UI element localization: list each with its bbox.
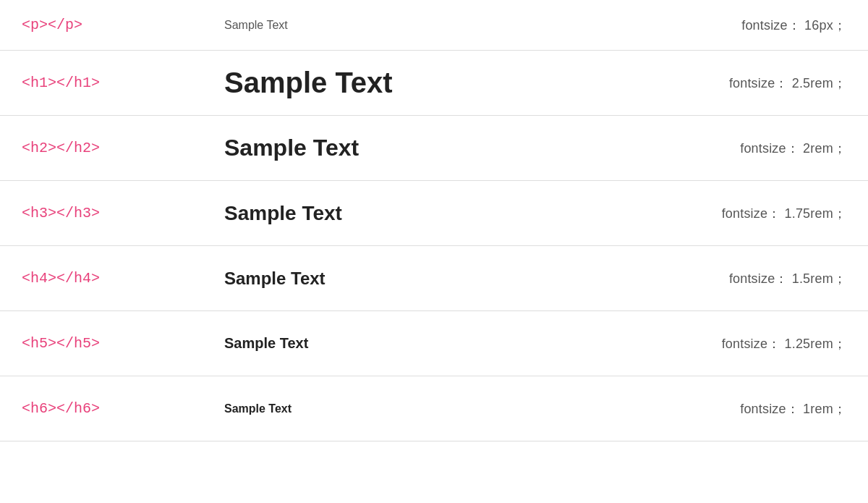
tag-label-h3: <h3></h3> xyxy=(22,205,181,221)
sample-text-h3: Sample Text xyxy=(181,202,615,225)
fontsize-label-h4: fontsize： 1.5rem； xyxy=(615,270,846,287)
table-row-h5: <h5></h5>Sample Textfontsize： 1.25rem； xyxy=(0,311,868,376)
tag-label-h6: <h6></h6> xyxy=(22,400,181,417)
table-row-p: <p></p>Sample Textfontsize： 16px； xyxy=(0,0,868,51)
sample-text-h5: Sample Text xyxy=(181,335,615,352)
table-row-h2: <h2></h2>Sample Textfontsize： 2rem； xyxy=(0,116,868,181)
table-row-h4: <h4></h4>Sample Textfontsize： 1.5rem； xyxy=(0,246,868,311)
fontsize-label-h6: fontsize： 1rem； xyxy=(615,400,846,418)
tag-label-p: <p></p> xyxy=(22,17,181,33)
tag-label-h5: <h5></h5> xyxy=(22,335,181,352)
tag-label-h1: <h1></h1> xyxy=(22,75,181,91)
typography-table: <p></p>Sample Textfontsize： 16px；<h1></h… xyxy=(0,0,868,441)
table-row-h3: <h3></h3>Sample Textfontsize： 1.75rem； xyxy=(0,181,868,246)
fontsize-label-h1: fontsize： 2.5rem； xyxy=(615,75,846,92)
sample-text-h6: Sample Text xyxy=(181,402,615,415)
fontsize-label-h5: fontsize： 1.25rem； xyxy=(615,335,846,352)
table-row-h6: <h6></h6>Sample Textfontsize： 1rem； xyxy=(0,376,868,441)
sample-text-h2: Sample Text xyxy=(181,135,615,161)
fontsize-label-p: fontsize： 16px； xyxy=(615,17,846,34)
sample-text-p: Sample Text xyxy=(181,19,615,32)
sample-text-h4: Sample Text xyxy=(181,269,615,289)
tag-label-h2: <h2></h2> xyxy=(22,140,181,156)
fontsize-label-h2: fontsize： 2rem； xyxy=(615,140,846,157)
table-row-h1: <h1></h1>Sample Textfontsize： 2.5rem； xyxy=(0,51,868,116)
sample-text-h1: Sample Text xyxy=(181,67,615,99)
fontsize-label-h3: fontsize： 1.75rem； xyxy=(615,205,846,222)
tag-label-h4: <h4></h4> xyxy=(22,270,181,287)
